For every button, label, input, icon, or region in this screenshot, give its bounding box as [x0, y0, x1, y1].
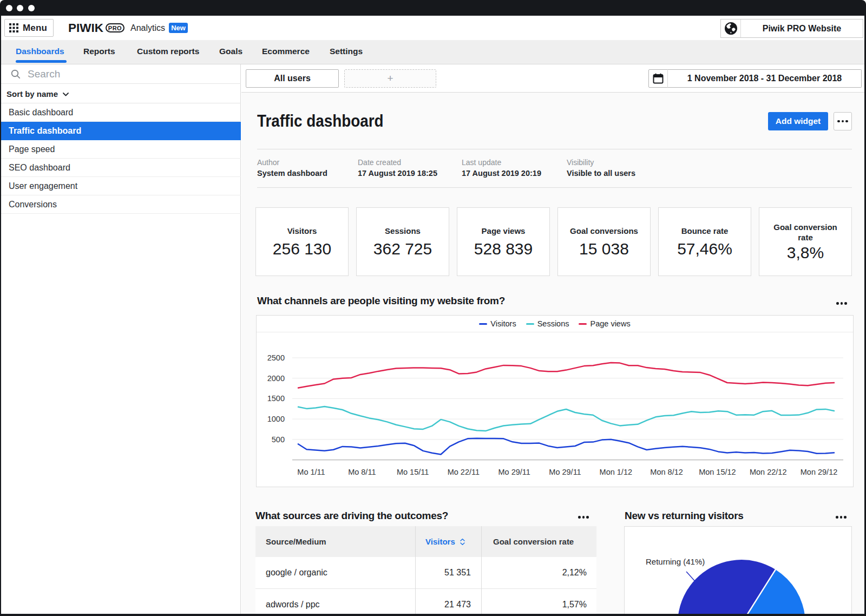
svg-text:Mo 8/11: Mo 8/11	[348, 468, 376, 476]
svg-text:Mon 15/12: Mon 15/12	[699, 468, 736, 476]
svg-text:2000: 2000	[267, 374, 285, 383]
svg-text:Mo 1/11: Mo 1/11	[297, 468, 325, 476]
svg-text:Mon 22/12: Mon 22/12	[750, 468, 787, 476]
svg-text:Returning (41%): Returning (41%)	[646, 557, 705, 566]
svg-text:Mo 22/11: Mo 22/11	[448, 468, 480, 476]
svg-text:500: 500	[272, 435, 285, 444]
svg-text:Mo 29/11: Mo 29/11	[498, 468, 530, 476]
svg-text:Mon 1/12: Mon 1/12	[600, 468, 632, 476]
svg-text:Mon 8/12: Mon 8/12	[650, 468, 683, 476]
svg-text:Mon 29/12: Mon 29/12	[801, 468, 838, 476]
svg-text:Mo 15/11: Mo 15/11	[397, 468, 429, 476]
svg-text:2500: 2500	[267, 353, 285, 362]
svg-text:1500: 1500	[267, 394, 285, 403]
svg-text:1000: 1000	[267, 415, 285, 423]
svg-text:Mo 29/11: Mo 29/11	[549, 468, 581, 476]
